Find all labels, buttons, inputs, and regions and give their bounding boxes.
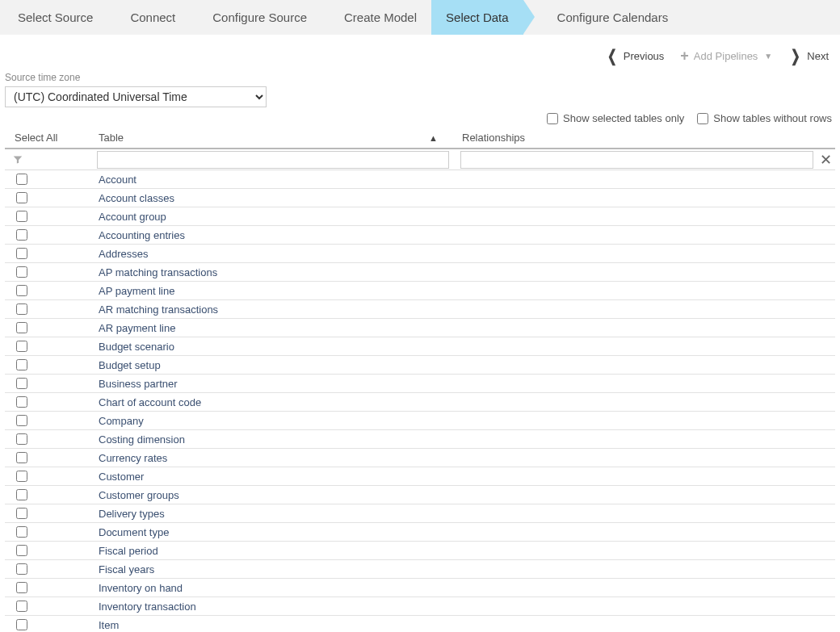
table-name-cell: AP matching transactions (89, 263, 452, 281)
next-button[interactable]: ❯ Next (788, 48, 829, 64)
timezone-select[interactable]: (UTC) Coordinated Universal Time (5, 86, 267, 107)
show-selected-checkbox[interactable] (547, 113, 558, 124)
select-table-checkbox[interactable] (16, 619, 27, 630)
table-row: AP payment line (5, 282, 835, 300)
table-link[interactable]: Item (99, 619, 119, 631)
table-link[interactable]: Budget scenario (99, 341, 174, 353)
relationships-cell (452, 300, 835, 318)
select-table-checkbox[interactable] (16, 452, 27, 463)
select-table-checkbox[interactable] (16, 359, 27, 370)
table-link[interactable]: Account group (99, 211, 166, 223)
table-link[interactable]: Delivery types (99, 508, 165, 520)
select-table-checkbox[interactable] (16, 285, 27, 296)
previous-button[interactable]: ❮ Previous (605, 48, 665, 64)
row-select-cell (5, 560, 89, 578)
wizard-step-create-model[interactable]: Create Model (330, 0, 431, 35)
relationships-cell (452, 579, 835, 596)
select-table-checkbox[interactable] (16, 341, 27, 352)
select-table-checkbox[interactable] (16, 601, 27, 612)
select-table-checkbox[interactable] (16, 322, 27, 333)
relationships-filter-input[interactable] (460, 151, 813, 169)
select-table-checkbox[interactable] (16, 378, 27, 389)
table-link[interactable]: Budget setup (99, 359, 161, 371)
table-name-cell: Account (89, 170, 452, 188)
relationships-cell (452, 504, 835, 522)
table-link[interactable]: Inventory transaction (99, 601, 196, 613)
row-select-cell (5, 207, 89, 225)
select-table-checkbox[interactable] (16, 248, 27, 259)
show-selected-label[interactable]: Show selected tables only (563, 112, 684, 124)
table-name-cell: Budget scenario (89, 337, 452, 355)
select-table-checkbox[interactable] (16, 266, 27, 278)
select-table-checkbox[interactable] (16, 229, 27, 241)
table-name-cell: Inventory transaction (89, 597, 452, 615)
wizard-step-select-source[interactable]: Select Source (3, 0, 107, 35)
select-table-checkbox[interactable] (16, 192, 27, 203)
wizard-step-connect[interactable]: Connect (116, 0, 190, 35)
timezone-label: Source time zone (5, 72, 835, 83)
row-select-cell (5, 245, 89, 262)
table-link[interactable]: Fiscal period (99, 545, 158, 557)
table-link[interactable]: Account (99, 174, 136, 186)
select-table-checkbox[interactable] (16, 508, 27, 519)
table-link[interactable]: Fiscal years (99, 563, 154, 575)
select-table-checkbox[interactable] (16, 396, 27, 408)
show-without-rows-label[interactable]: Show tables without rows (713, 112, 832, 124)
table-link[interactable]: Costing dimension (99, 433, 185, 446)
table-link[interactable]: AR matching transactions (99, 303, 218, 316)
table-row: Item (5, 616, 835, 632)
table-link[interactable]: AP payment line (99, 285, 174, 297)
row-select-cell (5, 375, 89, 392)
select-table-checkbox[interactable] (16, 489, 27, 500)
table-name-cell: AR payment line (89, 319, 452, 337)
column-header-table[interactable]: Table ▲ (89, 129, 452, 146)
select-table-checkbox[interactable] (16, 433, 27, 445)
wizard-step-configure-source[interactable]: Configure Source (198, 0, 321, 35)
select-table-checkbox[interactable] (16, 471, 27, 482)
table-link[interactable]: Currency rates (99, 452, 167, 464)
table-link[interactable]: AR payment line (99, 322, 175, 334)
select-table-checkbox[interactable] (16, 563, 27, 575)
chevron-left-icon: ❮ (607, 48, 616, 64)
table-name-cell: AP payment line (89, 282, 452, 299)
table-link[interactable]: Document type (99, 526, 169, 538)
table-filter-input[interactable] (97, 151, 449, 169)
table-link[interactable]: Accounting entries (99, 229, 185, 241)
table-name-cell: Chart of account code (89, 393, 452, 411)
show-without-rows-checkbox[interactable] (697, 113, 708, 124)
select-table-checkbox[interactable] (16, 174, 27, 185)
funnel-icon[interactable] (13, 155, 24, 165)
table-link[interactable]: Account classes (99, 192, 174, 204)
select-table-checkbox[interactable] (16, 415, 27, 426)
table-link[interactable]: Business partner (99, 378, 178, 390)
relationships-cell (452, 449, 835, 467)
select-table-checkbox[interactable] (16, 211, 27, 222)
row-select-cell (5, 542, 89, 559)
table-link[interactable]: Customer groups (99, 489, 179, 501)
select-table-checkbox[interactable] (16, 526, 27, 538)
select-table-checkbox[interactable] (16, 545, 27, 556)
column-header-select-all[interactable]: Select All (5, 129, 89, 146)
column-header-relationships[interactable]: Relationships (452, 129, 835, 146)
select-table-checkbox[interactable] (16, 582, 27, 593)
table-link[interactable]: AP matching transactions (99, 266, 217, 278)
table-link[interactable]: Addresses (99, 248, 148, 260)
relationships-cell (452, 319, 835, 337)
table-link[interactable]: Customer (99, 471, 144, 483)
table-link[interactable]: Inventory on hand (99, 582, 183, 594)
table-link[interactable]: Company (99, 415, 144, 427)
table-name-cell: Fiscal years (89, 560, 452, 578)
table-row: Business partner (5, 375, 835, 393)
wizard-step-select-data[interactable]: Select Data (431, 0, 523, 35)
clear-filters-icon[interactable]: ✕ (820, 151, 832, 169)
wizard-nav: Select SourceConnectConfigure SourceCrea… (0, 0, 840, 35)
add-pipelines-button[interactable]: + Add Pipelines ▼ (680, 48, 772, 63)
row-select-cell (5, 263, 89, 281)
select-table-checkbox[interactable] (16, 303, 27, 315)
row-select-cell (5, 319, 89, 337)
add-pipelines-label: Add Pipelines (694, 50, 758, 62)
table-row: Company (5, 412, 835, 430)
table-link[interactable]: Chart of account code (99, 396, 201, 408)
wizard-step-configure-calendars[interactable]: Configure Calendars (543, 0, 683, 35)
table-name-cell: Budget setup (89, 356, 452, 374)
